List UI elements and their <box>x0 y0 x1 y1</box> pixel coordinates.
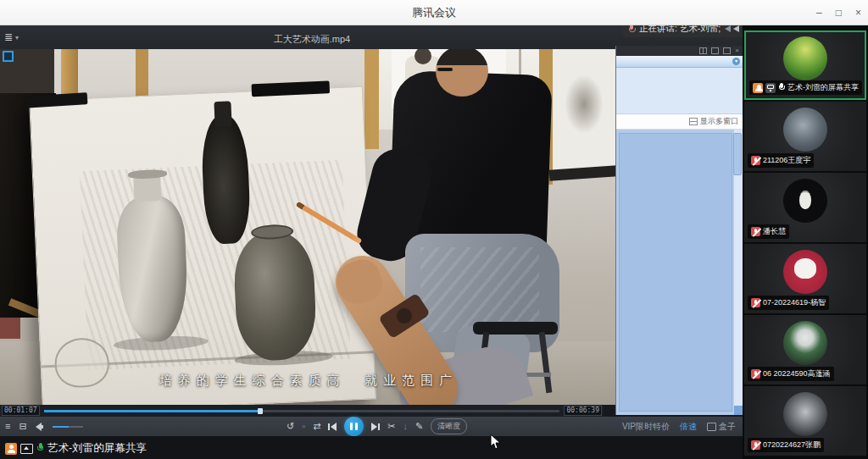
participant-name: 07-20224619-杨智 <box>763 297 826 308</box>
presenter-icon <box>5 443 17 455</box>
panel-header-bar: ▾ <box>616 56 743 68</box>
mic-muted-icon <box>751 298 760 307</box>
mouse-cursor <box>490 434 502 451</box>
scissors-icon[interactable]: ✂ <box>387 422 395 431</box>
download-icon[interactable]: ↓ <box>403 422 409 431</box>
screen-share-icon <box>765 83 776 93</box>
close-icon[interactable]: × <box>855 7 861 19</box>
arrow-icon <box>725 25 731 32</box>
speaking-text: 正在讲话: 艺术-刘雷; <box>639 25 721 35</box>
panel-option-row[interactable]: 显示多窗口 <box>616 114 743 130</box>
scene-right-board <box>553 49 617 172</box>
participant-label: 07-20224619-杨智 <box>748 296 829 310</box>
scene-easel-beam <box>364 49 379 149</box>
arrow-icon-light <box>733 25 739 32</box>
board-clip <box>252 80 331 97</box>
volume-fill <box>53 426 70 428</box>
participant-tile[interactable]: 潘长慧 <box>744 173 866 242</box>
shared-app-panel: × ▾ 显示多窗口 <box>615 46 743 415</box>
scrollbar-thumb[interactable] <box>733 133 742 175</box>
center-controls: ↺ ▫ ⇄ ✂ ↓ ✎ 清晰度 <box>287 417 467 436</box>
avatar <box>783 250 827 294</box>
mic-on-icon <box>36 443 44 454</box>
participant-label: 211206王度宇 <box>748 153 814 168</box>
avatar <box>783 108 827 152</box>
box-icon <box>707 423 716 431</box>
participant-tile[interactable]: 07-20224619-杨智 <box>744 244 866 313</box>
avatar <box>783 392 827 436</box>
sketch-jar <box>232 230 318 362</box>
panel-close-icon[interactable]: × <box>735 47 739 54</box>
panel-document-page <box>619 133 732 412</box>
presenter-icon <box>753 83 763 93</box>
pencil-icon[interactable]: ✎ <box>415 422 423 431</box>
shuffle-icon[interactable]: ⇄ <box>313 422 320 431</box>
screen-share-status-chip: 艺术-刘雷的屏幕共享 <box>2 440 150 457</box>
speed-button[interactable]: 倍速 <box>680 421 697 433</box>
video-filename: 工大艺术动画.mp4 <box>0 25 624 49</box>
maximize-icon[interactable]: □ <box>836 7 842 19</box>
video-subtitle: 培养的学生综合素质高 就业范围广 <box>0 373 617 389</box>
rotate-icon[interactable]: ↺ <box>287 422 294 431</box>
screen-share-icon <box>20 444 33 454</box>
participant-tile-sharer[interactable]: 艺术-刘雷的屏幕共享 <box>744 30 866 100</box>
participant-name: 211206王度宇 <box>763 155 810 166</box>
participant-label: 0720224627张鹏 <box>748 438 824 452</box>
chevron-down-button[interactable]: ▾ <box>732 58 740 65</box>
previous-button[interactable] <box>328 423 337 431</box>
shared-screen-stage: ≣ ▾ 工大艺术动画.mp4 正在讲话: 艺术-刘雷; <box>0 25 743 459</box>
avatar <box>783 179 827 223</box>
open-file-icon[interactable]: ⊟ <box>19 422 26 431</box>
speaking-mic-icon <box>628 25 635 34</box>
screen-share-label: 艺术-刘雷的屏幕共享 <box>47 441 147 456</box>
box-label: 盒子 <box>719 421 736 433</box>
scrollbar-corner <box>734 406 743 415</box>
participant-tile[interactable]: 211206王度宇 <box>744 102 866 171</box>
frame-icon[interactable]: ▫ <box>302 422 305 431</box>
panel-toolbar: × <box>616 46 743 56</box>
popout-icon[interactable] <box>711 47 719 54</box>
participant-tile[interactable]: 0720224627张鹏 <box>744 386 866 456</box>
participant-label: 潘长慧 <box>748 224 789 239</box>
mic-muted-icon <box>751 369 760 379</box>
current-time: 00:01:07 <box>2 406 40 416</box>
participant-label: 06 20224590高蓬涵 <box>748 367 834 381</box>
right-controls: VIP限时特价 倍速 盒子 <box>622 421 736 433</box>
participants-sidebar: 艺术-刘雷的屏幕共享 211206王度宇 潘长慧 07-20224619-杨智 … <box>743 25 868 459</box>
volume-slider[interactable] <box>53 426 83 428</box>
volume-icon[interactable] <box>36 423 44 431</box>
mic-muted-icon <box>751 227 760 236</box>
minimize-icon[interactable]: – <box>816 7 822 19</box>
seek-fill <box>44 410 261 412</box>
app-title: 腾讯会议 <box>0 0 868 25</box>
scene-person-glasses <box>437 68 453 71</box>
mic-on-icon <box>778 83 785 93</box>
pause-button[interactable] <box>344 417 364 436</box>
seek-bar-row: 00:01:07 00:06:39 <box>0 405 604 417</box>
multi-window-icon <box>689 118 698 125</box>
quality-button[interactable]: 清晰度 <box>431 418 467 434</box>
player-controls: ≡ ⊟ ↺ ▫ ⇄ ✂ ↓ ✎ 清晰度 VIP限时特价 倍速 盒子 <box>0 417 743 436</box>
panel-document-area[interactable] <box>616 130 743 415</box>
layout-grid-icon[interactable] <box>699 47 707 54</box>
panel-light-block <box>616 68 743 114</box>
monitor-icon[interactable] <box>723 47 731 54</box>
box-button[interactable]: 盒子 <box>707 421 736 433</box>
avatar <box>783 36 827 80</box>
panel-scrollbar[interactable] <box>733 130 743 415</box>
scene-drawing-board <box>29 86 376 405</box>
vip-promo-label[interactable]: VIP限时特价 <box>622 421 670 433</box>
speaking-banner: 正在讲话: 艺术-刘雷; <box>623 25 743 37</box>
next-button[interactable] <box>371 423 380 431</box>
participant-name: 0720224627张鹏 <box>763 440 821 451</box>
video-canvas[interactable]: 培养的学生综合素质高 就业范围广 <box>0 49 617 405</box>
mic-muted-icon <box>751 156 760 165</box>
seek-bar[interactable] <box>44 410 560 412</box>
participant-name: 潘长慧 <box>763 226 786 237</box>
playlist-icon[interactable]: ≡ <box>5 422 10 431</box>
os-titlebar: 腾讯会议 – □ × <box>0 0 868 25</box>
participant-name: 06 20224590高蓬涵 <box>763 368 831 379</box>
participant-name: 艺术-刘雷的屏幕共享 <box>787 82 859 93</box>
window-controls: – □ × <box>816 0 861 25</box>
participant-tile[interactable]: 06 20224590高蓬涵 <box>744 315 866 384</box>
